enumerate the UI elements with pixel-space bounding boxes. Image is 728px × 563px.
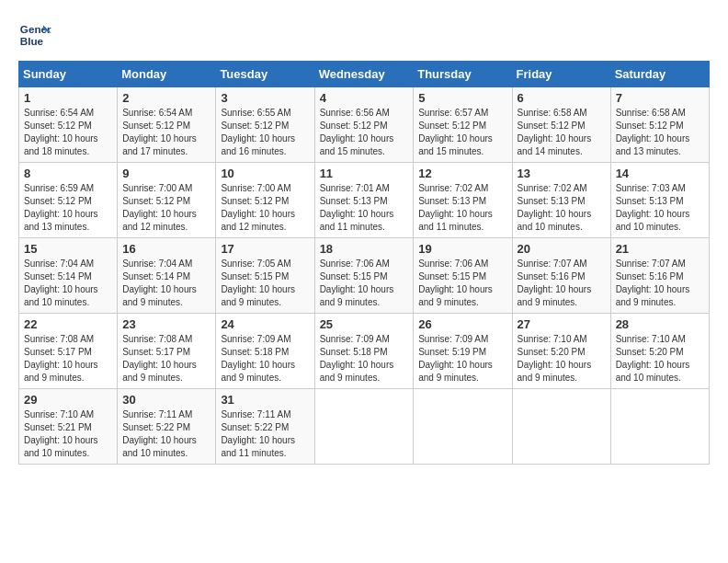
day-number: 25 xyxy=(320,317,409,331)
calendar-cell: 1 Sunrise: 6:54 AM Sunset: 5:12 PM Dayli… xyxy=(19,87,118,163)
day-number: 30 xyxy=(122,393,210,407)
header-saturday: Saturday xyxy=(610,62,709,87)
logo-icon: General Blue xyxy=(18,18,51,52)
calendar-cell: 23 Sunrise: 7:08 AM Sunset: 5:17 PM Dayl… xyxy=(118,314,216,389)
calendar-cell: 2 Sunrise: 6:54 AM Sunset: 5:12 PM Dayli… xyxy=(118,87,216,163)
header-friday: Friday xyxy=(512,62,610,87)
calendar-cell: 13 Sunrise: 7:02 AM Sunset: 5:13 PM Dayl… xyxy=(512,163,610,238)
header-wednesday: Wednesday xyxy=(314,62,414,87)
day-number: 22 xyxy=(24,317,112,331)
calendar-cell: 30 Sunrise: 7:11 AM Sunset: 5:22 PM Dayl… xyxy=(118,389,216,465)
calendar-cell: 22 Sunrise: 7:08 AM Sunset: 5:17 PM Dayl… xyxy=(19,314,118,389)
calendar-cell: 12 Sunrise: 7:02 AM Sunset: 5:13 PM Dayl… xyxy=(414,163,512,238)
day-info: Sunrise: 7:10 AM Sunset: 5:21 PM Dayligh… xyxy=(24,408,112,460)
day-number: 3 xyxy=(221,91,309,105)
day-info: Sunrise: 7:09 AM Sunset: 5:19 PM Dayligh… xyxy=(418,333,506,385)
calendar-cell: 29 Sunrise: 7:10 AM Sunset: 5:21 PM Dayl… xyxy=(19,389,118,465)
week-row-2: 8 Sunrise: 6:59 AM Sunset: 5:12 PM Dayli… xyxy=(19,163,710,238)
logo: General Blue xyxy=(18,18,51,52)
header-tuesday: Tuesday xyxy=(216,62,314,87)
week-row-1: 1 Sunrise: 6:54 AM Sunset: 5:12 PM Dayli… xyxy=(19,87,710,163)
day-info: Sunrise: 6:59 AM Sunset: 5:12 PM Dayligh… xyxy=(24,182,112,234)
week-row-4: 22 Sunrise: 7:08 AM Sunset: 5:17 PM Dayl… xyxy=(19,314,710,389)
day-number: 24 xyxy=(221,317,309,331)
calendar-cell: 8 Sunrise: 6:59 AM Sunset: 5:12 PM Dayli… xyxy=(19,163,118,238)
day-info: Sunrise: 7:00 AM Sunset: 5:12 PM Dayligh… xyxy=(221,182,309,234)
calendar-cell xyxy=(314,389,414,465)
day-info: Sunrise: 7:02 AM Sunset: 5:13 PM Dayligh… xyxy=(518,182,606,234)
day-info: Sunrise: 7:00 AM Sunset: 5:12 PM Dayligh… xyxy=(122,182,210,234)
day-number: 4 xyxy=(320,91,409,105)
day-number: 26 xyxy=(418,317,506,331)
day-info: Sunrise: 7:06 AM Sunset: 5:15 PM Dayligh… xyxy=(320,258,409,309)
calendar-cell: 25 Sunrise: 7:09 AM Sunset: 5:18 PM Dayl… xyxy=(314,314,414,389)
header-thursday: Thursday xyxy=(414,62,512,87)
calendar-cell: 28 Sunrise: 7:10 AM Sunset: 5:20 PM Dayl… xyxy=(610,314,709,389)
header-sunday: Sunday xyxy=(19,62,118,87)
day-info: Sunrise: 7:09 AM Sunset: 5:18 PM Dayligh… xyxy=(221,333,309,385)
day-number: 19 xyxy=(418,242,506,256)
day-info: Sunrise: 7:11 AM Sunset: 5:22 PM Dayligh… xyxy=(122,408,210,460)
day-number: 28 xyxy=(616,317,704,331)
day-number: 13 xyxy=(518,167,606,180)
day-info: Sunrise: 7:09 AM Sunset: 5:18 PM Dayligh… xyxy=(320,333,409,385)
calendar-cell xyxy=(512,389,610,465)
day-number: 7 xyxy=(616,91,704,105)
week-row-5: 29 Sunrise: 7:10 AM Sunset: 5:21 PM Dayl… xyxy=(19,389,710,465)
day-number: 14 xyxy=(616,167,704,180)
calendar-cell: 3 Sunrise: 6:55 AM Sunset: 5:12 PM Dayli… xyxy=(216,87,314,163)
header: General Blue xyxy=(18,18,710,52)
calendar-cell: 5 Sunrise: 6:57 AM Sunset: 5:12 PM Dayli… xyxy=(414,87,512,163)
day-info: Sunrise: 7:11 AM Sunset: 5:22 PM Dayligh… xyxy=(221,408,309,460)
day-number: 17 xyxy=(221,242,309,256)
day-info: Sunrise: 6:54 AM Sunset: 5:12 PM Dayligh… xyxy=(122,107,210,158)
day-number: 6 xyxy=(518,91,606,105)
day-info: Sunrise: 7:05 AM Sunset: 5:15 PM Dayligh… xyxy=(221,258,309,309)
calendar-table: SundayMondayTuesdayWednesdayThursdayFrid… xyxy=(18,61,710,465)
calendar-cell: 15 Sunrise: 7:04 AM Sunset: 5:14 PM Dayl… xyxy=(19,238,118,314)
day-info: Sunrise: 6:54 AM Sunset: 5:12 PM Dayligh… xyxy=(24,107,112,158)
day-info: Sunrise: 7:08 AM Sunset: 5:17 PM Dayligh… xyxy=(122,333,210,385)
day-number: 23 xyxy=(122,317,210,331)
day-info: Sunrise: 6:58 AM Sunset: 5:12 PM Dayligh… xyxy=(616,107,704,158)
calendar-cell: 10 Sunrise: 7:00 AM Sunset: 5:12 PM Dayl… xyxy=(216,163,314,238)
day-number: 27 xyxy=(518,317,606,331)
day-number: 5 xyxy=(418,91,506,105)
calendar-cell: 14 Sunrise: 7:03 AM Sunset: 5:13 PM Dayl… xyxy=(610,163,709,238)
calendar-cell: 11 Sunrise: 7:01 AM Sunset: 5:13 PM Dayl… xyxy=(314,163,414,238)
day-info: Sunrise: 6:55 AM Sunset: 5:12 PM Dayligh… xyxy=(221,107,309,158)
calendar-cell: 6 Sunrise: 6:58 AM Sunset: 5:12 PM Dayli… xyxy=(512,87,610,163)
day-number: 1 xyxy=(24,91,112,105)
day-number: 8 xyxy=(24,167,112,180)
day-number: 21 xyxy=(616,242,704,256)
day-info: Sunrise: 7:07 AM Sunset: 5:16 PM Dayligh… xyxy=(518,258,606,309)
day-info: Sunrise: 7:04 AM Sunset: 5:14 PM Dayligh… xyxy=(122,258,210,309)
calendar-cell: 27 Sunrise: 7:10 AM Sunset: 5:20 PM Dayl… xyxy=(512,314,610,389)
calendar-cell: 17 Sunrise: 7:05 AM Sunset: 5:15 PM Dayl… xyxy=(216,238,314,314)
calendar-cell: 21 Sunrise: 7:07 AM Sunset: 5:16 PM Dayl… xyxy=(610,238,709,314)
calendar-cell xyxy=(414,389,512,465)
day-info: Sunrise: 7:06 AM Sunset: 5:15 PM Dayligh… xyxy=(418,258,506,309)
day-info: Sunrise: 7:02 AM Sunset: 5:13 PM Dayligh… xyxy=(418,182,506,234)
day-info: Sunrise: 7:08 AM Sunset: 5:17 PM Dayligh… xyxy=(24,333,112,385)
calendar-cell: 19 Sunrise: 7:06 AM Sunset: 5:15 PM Dayl… xyxy=(414,238,512,314)
day-info: Sunrise: 7:10 AM Sunset: 5:20 PM Dayligh… xyxy=(518,333,606,385)
day-number: 2 xyxy=(122,91,210,105)
svg-text:Blue: Blue xyxy=(20,35,44,47)
header-row: SundayMondayTuesdayWednesdayThursdayFrid… xyxy=(19,62,710,87)
calendar-cell: 18 Sunrise: 7:06 AM Sunset: 5:15 PM Dayl… xyxy=(314,238,414,314)
day-info: Sunrise: 7:04 AM Sunset: 5:14 PM Dayligh… xyxy=(24,258,112,309)
calendar-cell: 4 Sunrise: 6:56 AM Sunset: 5:12 PM Dayli… xyxy=(314,87,414,163)
header-monday: Monday xyxy=(118,62,216,87)
day-info: Sunrise: 7:03 AM Sunset: 5:13 PM Dayligh… xyxy=(616,182,704,234)
day-info: Sunrise: 6:58 AM Sunset: 5:12 PM Dayligh… xyxy=(518,107,606,158)
day-number: 11 xyxy=(320,167,409,180)
calendar-cell: 7 Sunrise: 6:58 AM Sunset: 5:12 PM Dayli… xyxy=(610,87,709,163)
day-number: 9 xyxy=(122,167,210,180)
calendar-cell: 26 Sunrise: 7:09 AM Sunset: 5:19 PM Dayl… xyxy=(414,314,512,389)
day-number: 29 xyxy=(24,393,112,407)
day-number: 15 xyxy=(24,242,112,256)
day-info: Sunrise: 7:10 AM Sunset: 5:20 PM Dayligh… xyxy=(616,333,704,385)
day-info: Sunrise: 6:56 AM Sunset: 5:12 PM Dayligh… xyxy=(320,107,409,158)
day-info: Sunrise: 7:01 AM Sunset: 5:13 PM Dayligh… xyxy=(320,182,409,234)
